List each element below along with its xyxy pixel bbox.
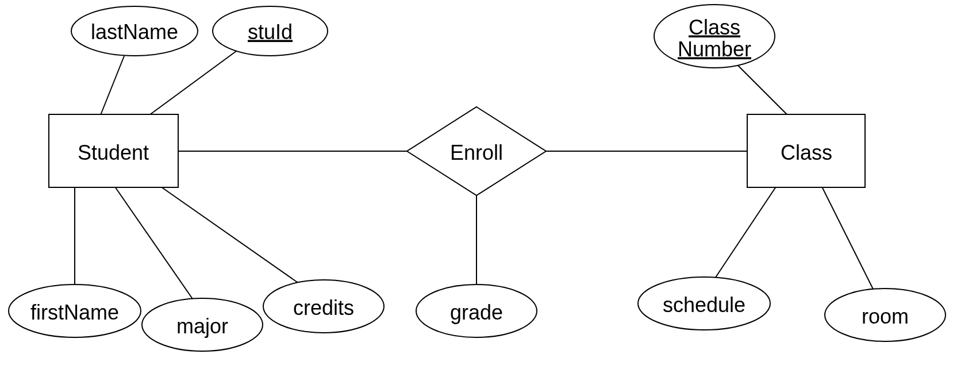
attribute-lastname-label: lastName [91, 20, 178, 44]
connector-class-schedule [713, 187, 776, 282]
connector-student-major [115, 187, 193, 299]
entity-class-label: Class [781, 141, 832, 164]
connector-student-credits [161, 187, 305, 287]
entity-student-label: Student [78, 141, 149, 164]
attribute-grade-label: grade [450, 301, 503, 324]
attribute-schedule-label: schedule [663, 293, 745, 317]
attribute-major-label: major [176, 314, 228, 338]
attribute-stuid-label: stuId [248, 20, 293, 44]
attribute-credits-label: credits [293, 296, 354, 320]
er-diagram: Student Class Enroll lastName stuId firs… [0, 0, 980, 373]
attribute-classnumber-label-1: Class [689, 16, 740, 39]
relationship-enroll-label: Enroll [450, 141, 503, 164]
connector-class-classnumber [730, 57, 787, 115]
connector-student-stuid [149, 43, 247, 115]
connector-class-room [822, 187, 874, 290]
attribute-classnumber-label-2: Number [678, 37, 751, 61]
attribute-room-label: room [862, 305, 909, 328]
attribute-firstname-label: firstName [30, 301, 119, 324]
